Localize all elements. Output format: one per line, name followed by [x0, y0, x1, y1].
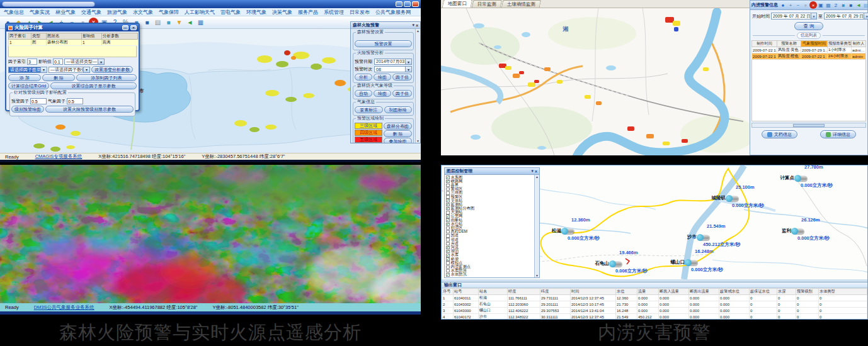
layer-checkbox[interactable]: [446, 180, 450, 184]
date-to-picker[interactable]: 2009 年 07 月 29 日: [824, 13, 868, 20]
map-tab[interactable]: 地图窗口: [442, 0, 473, 8]
chart-icon[interactable]: ▤: [862, 1, 868, 9]
layer-checkbox[interactable]: [446, 230, 450, 234]
satellite-image[interactable]: [0, 165, 421, 303]
table-row[interactable]: 161040011松滋111.76611129.7311112014/12/3 …: [442, 295, 867, 301]
close-red-icon[interactable]: ×: [809, 1, 817, 9]
factor-value-select[interactable]: —请选择因子数值—: [49, 67, 90, 73]
menu-item[interactable]: 旅游气象: [107, 9, 127, 16]
warning-date-select[interactable]: 2014年07月03日: [374, 59, 412, 65]
query-button[interactable]: 查 询: [794, 22, 823, 30]
pin-icon[interactable]: ▾: [532, 169, 534, 174]
magnify-out-icon[interactable]: −: [794, 1, 802, 9]
back-icon[interactable]: ◄: [185, 18, 195, 27]
layer-checkbox[interactable]: [446, 238, 450, 242]
layer-checkbox[interactable]: [446, 234, 450, 238]
layer-checkbox[interactable]: [446, 191, 450, 195]
fire-level-button[interactable]: 自动: [355, 90, 372, 97]
fire-level-button[interactable]: 因子值: [392, 90, 412, 97]
menu-item[interactable]: 林业气象: [55, 9, 76, 16]
layer-checkbox[interactable]: [446, 273, 450, 277]
date-from-picker[interactable]: 2009 年 07 月 22 日: [771, 13, 817, 20]
layer-checkbox[interactable]: [446, 257, 450, 261]
pin-icon[interactable]: ▾: [412, 23, 414, 28]
layer-checkbox[interactable]: [446, 226, 450, 230]
close-button[interactable]: [412, 1, 419, 7]
menu-item[interactable]: 服务产品: [298, 9, 318, 16]
layer-checkbox-row[interactable]: 水体防汛: [446, 273, 533, 277]
chart-icon[interactable]: ▦: [196, 18, 205, 27]
layer-type-select[interactable]: —请选择类型—: [64, 59, 105, 65]
warn-factor-input[interactable]: [30, 98, 47, 104]
map-tab[interactable]: 土壤墒情监测: [501, 0, 542, 8]
detail-info-button[interactable]: 详细信息: [820, 130, 856, 138]
close-panel-icon[interactable]: ×: [535, 169, 537, 174]
menu-item[interactable]: 决策气象: [272, 9, 292, 16]
image2-icon[interactable]: ■: [142, 18, 152, 27]
close-panel-icon[interactable]: ×: [416, 23, 418, 28]
warning-setting-button[interactable]: 预警设置: [355, 40, 412, 47]
menu-item[interactable]: 气象信息: [4, 9, 24, 16]
menu-item[interactable]: 日常发布: [350, 9, 370, 16]
menu-item[interactable]: 环境气象: [246, 9, 266, 16]
pin-icon[interactable]: ▼: [174, 18, 184, 27]
layer-checkbox[interactable]: [446, 207, 450, 211]
layer-checkbox[interactable]: [446, 184, 450, 187]
table-row[interactable]: 461040172沙市112.34832230.3111112014/12/3 …: [442, 314, 867, 320]
menu-item[interactable]: 交通气象: [81, 9, 101, 16]
maximize-button[interactable]: [404, 1, 411, 7]
minimize-button[interactable]: [396, 1, 403, 7]
impact-input[interactable]: [53, 59, 63, 65]
layer-checkbox[interactable]: [446, 223, 450, 226]
set-display-param-button[interactable]: 设置综合因子显示参数: [50, 82, 137, 89]
add-button[interactable]: 添 加: [8, 74, 41, 81]
document-info-button[interactable]: 文档信息: [762, 130, 797, 138]
table-row[interactable]: 2009-07-22 1风险度:橙色2009-07-22 124小时降水admi…: [752, 53, 866, 60]
message-list-empty-area[interactable]: [751, 60, 866, 121]
region-draw-button[interactable]: 叠加绘图: [384, 138, 412, 143]
set-level-display-button[interactable]: 设置火险预警级别显示参数: [45, 106, 134, 113]
menu-item[interactable]: 雷电气象: [220, 9, 241, 16]
layer-checkbox[interactable]: [446, 265, 450, 269]
analysis-button[interactable]: 因子值: [392, 74, 412, 81]
refresh-icon[interactable]: 2: [832, 1, 840, 9]
dialog-close-icon[interactable]: ×: [130, 25, 137, 30]
layer-checkbox[interactable]: [446, 261, 450, 265]
table-row[interactable]: 261043002石龟山112.20306029.2011112014/12/3…: [442, 301, 867, 308]
layers-icon[interactable]: ■: [840, 1, 847, 9]
analysis-button[interactable]: 绘图: [374, 74, 391, 81]
meteo-info-button[interactable]: 制图标绘: [384, 106, 413, 113]
table-row[interactable]: 1图森林分布图1距离: [9, 40, 138, 46]
export-icon[interactable]: ■: [164, 18, 173, 27]
globe-icon[interactable]: ●: [779, 1, 787, 9]
back-icon[interactable]: ◄: [855, 1, 862, 9]
factor-index-input[interactable]: [27, 59, 37, 65]
meteo-factor-input[interactable]: [67, 98, 83, 104]
dialog-minimize-icon[interactable]: ─: [122, 25, 128, 30]
save-icon[interactable]: ■: [847, 1, 855, 9]
horizontal-scrollbar[interactable]: [751, 123, 866, 128]
station-output-table[interactable]: 序号站号站名经度纬度时间水位流量断面入流量断面出流量超警戒水位超保证水位水深预警…: [442, 288, 868, 320]
add-to-list-button[interactable]: 添加到因子列表: [76, 74, 137, 81]
warning-time-select[interactable]: 08: [374, 66, 412, 72]
delete-button[interactable]: 删 除: [42, 74, 75, 81]
region-draw-button[interactable]: 删 除: [384, 130, 412, 137]
menu-item[interactable]: 系统管理: [324, 9, 344, 16]
status-system-link[interactable]: CMAGIS专项服务系统: [35, 153, 83, 160]
meteo-info-button[interactable]: 要素标注: [355, 106, 383, 113]
vertical-scrollbar[interactable]: ▲▼: [415, 29, 420, 143]
map-tab[interactable]: 日常监测: [472, 0, 503, 8]
fire-level-button[interactable]: 绘图: [374, 90, 391, 97]
analysis-button[interactable]: 分析: [355, 74, 372, 81]
dialog-titlebar[interactable]: 火险因子计算 ─ ×: [6, 24, 139, 31]
flood-city-map[interactable]: [441, 8, 750, 155]
hydro-map[interactable]: 12.360m 松滋 0.000立方米/秒 21.549m 沙市 450.212…: [442, 165, 868, 279]
menu-item[interactable]: 公共气象服务网: [375, 9, 411, 16]
vertical-scrollbar[interactable]: ▲▼: [534, 175, 539, 277]
calc-grid-button[interactable]: 计算综合结果Grid: [8, 82, 49, 89]
magnify-in-icon[interactable]: +: [787, 1, 794, 9]
layer-checkbox[interactable]: [446, 187, 450, 191]
region-draw-button[interactable]: 森林分布图: [384, 123, 412, 130]
set-gradient-param-button[interactable]: 设置渐变分析参数: [91, 66, 133, 73]
menu-item[interactable]: 水文气象: [133, 9, 153, 16]
